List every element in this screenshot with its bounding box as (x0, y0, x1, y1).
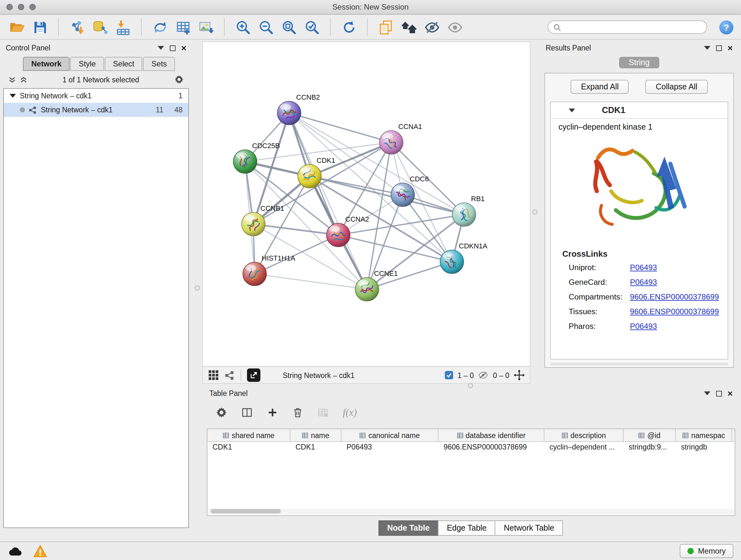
network-node-HIST1H1A[interactable] (243, 262, 266, 286)
import-table-from-file-button[interactable] (114, 17, 132, 37)
refresh-view-button[interactable] (340, 17, 358, 37)
network-node-CCNA1[interactable] (380, 131, 403, 154)
panel-close-icon[interactable]: × (728, 389, 733, 398)
network-edge[interactable] (289, 113, 391, 142)
network-edge[interactable] (310, 176, 464, 214)
new-network-from-selection-button[interactable] (151, 17, 169, 37)
tab-style[interactable]: Style (71, 57, 104, 71)
open-in-new-window-button[interactable] (247, 368, 260, 382)
table-row[interactable]: CDK1CDK1P064939606.ENSP00000378699cyclin… (207, 442, 735, 454)
tab-network-table[interactable]: Network Table (495, 520, 563, 536)
panel-close-icon[interactable]: × (728, 44, 733, 52)
column-header-shared-name[interactable]: shared name (207, 429, 290, 441)
crosslink-value-link[interactable]: 9606.ENSP00000378699 (630, 292, 719, 301)
warning-button[interactable] (33, 545, 47, 557)
zoom-fit-button[interactable] (280, 17, 298, 37)
splitter-handle[interactable] (195, 286, 200, 291)
delete-column-trash-icon[interactable] (292, 407, 303, 418)
tab-network[interactable]: Network (23, 57, 70, 71)
section-disclosure-icon[interactable] (569, 108, 575, 112)
gene-section-header[interactable]: CDK1 (551, 102, 728, 119)
close-window-button[interactable] (6, 4, 13, 10)
network-node-RB1[interactable] (452, 203, 476, 226)
column-header-canonical-name[interactable]: canonical name (341, 429, 439, 441)
save-session-button[interactable] (30, 17, 49, 37)
search-input[interactable] (564, 23, 701, 32)
crosslink-value-link[interactable]: P06493 (630, 277, 657, 287)
export-image-button[interactable] (197, 17, 215, 37)
tab-sets[interactable]: Sets (143, 57, 175, 71)
table-scrollbar-track[interactable] (208, 509, 734, 515)
crosslink-value-link[interactable]: 9606.ENSP00000378699 (630, 307, 719, 316)
tab-select[interactable]: Select (105, 57, 143, 71)
network-node-CDC6[interactable] (391, 183, 414, 206)
string-tab-badge[interactable]: String (619, 57, 659, 68)
zoom-selected-button[interactable] (302, 17, 321, 37)
column-header-description[interactable]: description (544, 429, 623, 441)
network-edge[interactable] (289, 113, 464, 214)
column-header-database-identifier[interactable]: database identifier (439, 429, 544, 441)
table-options-gear-icon[interactable] (216, 407, 227, 418)
zoom-out-button[interactable] (257, 17, 275, 37)
cloud-button[interactable] (8, 546, 23, 557)
memory-button[interactable]: Memory (679, 544, 733, 558)
column-header-namespac[interactable]: namespac (676, 429, 732, 441)
tab-node-table[interactable]: Node Table (378, 520, 439, 536)
panel-float-icon[interactable] (716, 45, 722, 51)
expand-all-button[interactable]: Expand All (571, 80, 629, 94)
show-all-button[interactable] (446, 17, 464, 37)
first-neighbors-button[interactable] (400, 17, 418, 37)
column-header-name[interactable]: name (290, 429, 341, 441)
panel-menu-icon[interactable] (704, 46, 711, 50)
expand-all-icon[interactable] (20, 76, 27, 83)
network-node-CCNE1[interactable] (355, 277, 379, 301)
import-network-from-file-button[interactable] (68, 17, 86, 37)
add-column-plus-icon[interactable] (267, 407, 278, 418)
show-columns-icon[interactable] (241, 407, 253, 418)
network-node-CCNB1[interactable] (242, 212, 265, 236)
tab-edge-table[interactable]: Edge Table (438, 520, 495, 536)
disclosure-triangle-icon[interactable] (10, 94, 16, 98)
network-node-CDKN1A[interactable] (440, 250, 464, 273)
column-header--id[interactable]: @id (623, 429, 676, 441)
network-node-CDK1[interactable] (298, 165, 321, 188)
minimize-window-button[interactable] (18, 4, 24, 10)
function-builder-button[interactable]: f(x) (343, 407, 357, 418)
collapse-all-button[interactable]: Collapse All (646, 80, 708, 94)
network-row[interactable]: String Network – cdk1 11 48 (4, 103, 188, 117)
pan-crosshair-icon[interactable] (514, 370, 525, 381)
network-edge[interactable] (289, 113, 367, 289)
crosslink-value-link[interactable]: P06493 (630, 263, 657, 272)
network-view-share-icon[interactable] (225, 370, 235, 380)
panel-float-icon[interactable] (716, 390, 722, 396)
network-canvas[interactable]: CCNB2CCNA1CDC25BCDK1CDC6RB1CCNB1CCNA2CDK… (202, 42, 530, 367)
crosslink-value-link[interactable]: P06493 (630, 321, 657, 330)
network-node-CCNB2[interactable] (277, 101, 301, 125)
network-node-CCNA2[interactable] (327, 223, 350, 247)
open-session-button[interactable] (8, 17, 26, 37)
import-network-from-database-button[interactable] (91, 17, 109, 37)
search-box[interactable] (548, 20, 707, 34)
hide-selected-button[interactable] (422, 17, 441, 37)
network-node-CDC25B[interactable] (233, 150, 257, 173)
new-table-button[interactable] (174, 17, 192, 37)
splitter-handle[interactable] (532, 209, 537, 214)
hidden-eye-slash-icon[interactable] (478, 371, 488, 379)
panel-close-icon[interactable]: × (181, 44, 186, 52)
network-options-gear-icon[interactable] (174, 75, 184, 84)
selected-checkbox-icon[interactable] (445, 371, 453, 379)
network-edge[interactable] (255, 274, 367, 289)
network-graph[interactable]: CCNB2CCNA1CDC25BCDK1CDC6RB1CCNB1CCNA2CDK… (203, 42, 530, 366)
help-button[interactable]: ? (719, 20, 733, 34)
zoom-in-button[interactable] (233, 17, 252, 37)
results-horizontal-scrollbar[interactable] (550, 363, 728, 365)
collapse-all-icon[interactable] (8, 76, 16, 83)
table-scrollbar-thumb[interactable] (211, 509, 281, 513)
panel-menu-icon[interactable] (704, 391, 711, 395)
network-collection-row[interactable]: String Network – cdk1 1 (4, 89, 188, 103)
panel-float-icon[interactable] (170, 45, 176, 51)
copy-document-button[interactable] (377, 17, 395, 37)
panel-menu-icon[interactable] (158, 46, 164, 50)
zoom-window-button[interactable] (29, 4, 36, 10)
grid-view-button[interactable] (208, 370, 219, 381)
